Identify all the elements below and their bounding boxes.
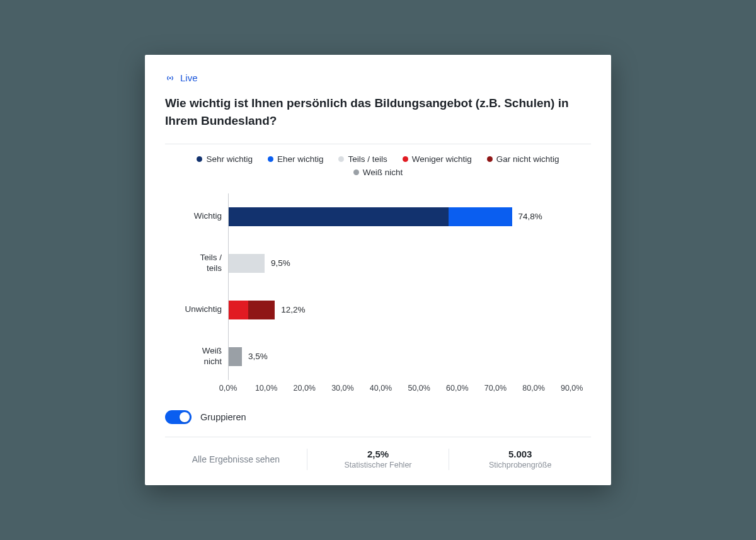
legend-dot — [353, 169, 359, 175]
x-axis-tick: 40,0% — [370, 384, 392, 393]
stat-error-label: Statistischer Fehler — [307, 461, 449, 469]
bar-stack — [229, 207, 512, 226]
bar-stack — [229, 254, 265, 273]
bar-segment — [229, 207, 449, 226]
legend-label: Teils / teils — [348, 154, 387, 164]
survey-card: Live Wie wichtig ist Ihnen persönlich da… — [145, 55, 611, 485]
y-axis-label: Unwichtig — [165, 287, 222, 333]
chart-bars: 74,8%9,5%12,2%3,5% — [229, 193, 588, 380]
legend-dot — [268, 156, 273, 162]
legend-label: Gar nicht wichtig — [496, 154, 559, 164]
legend-item: Weniger wichtig — [403, 154, 472, 164]
y-axis-label: Teils / teils — [165, 240, 222, 287]
chart-y-labels: WichtigTeils / teilsUnwichtigWeiß nicht — [165, 193, 228, 380]
bar-row: 9,5% — [229, 240, 588, 287]
live-label: Live — [180, 72, 198, 83]
x-axis-tick: 80,0% — [522, 384, 544, 393]
group-toggle-label: Gruppieren — [200, 412, 246, 422]
chart-legend: Sehr wichtigEher wichtigTeils / teilsWen… — [165, 154, 591, 177]
legend-item: Eher wichtig — [268, 154, 324, 164]
live-icon — [165, 73, 175, 83]
stat-error-value: 2,5% — [307, 449, 449, 459]
legend-item: Weiß nicht — [353, 168, 403, 177]
legend-label: Weiß nicht — [363, 168, 403, 177]
legend-label: Sehr wichtig — [206, 154, 253, 164]
legend-dot — [197, 156, 202, 162]
legend-label: Weniger wichtig — [412, 154, 472, 164]
legend-item: Teils / teils — [338, 154, 387, 164]
legend-dot — [403, 156, 408, 162]
y-axis-label: Wichtig — [165, 193, 222, 240]
bar-value-label: 3,5% — [248, 352, 268, 361]
divider — [165, 144, 591, 144]
group-toggle[interactable] — [165, 410, 192, 424]
bar-value-label: 74,8% — [518, 212, 542, 221]
chart-x-axis: 0,0%10,0%20,0%30,0%40,0%50,0%60,0%70,0%8… — [165, 384, 591, 395]
x-axis-tick: 70,0% — [484, 384, 507, 393]
bar-row: 3,5% — [229, 333, 588, 380]
legend-item: Gar nicht wichtig — [487, 154, 559, 164]
stat-error: 2,5% Statistischer Fehler — [307, 449, 449, 469]
svg-point-0 — [169, 77, 171, 79]
toggle-knob — [180, 412, 190, 422]
x-axis-tick: 60,0% — [446, 384, 468, 393]
bar-segment — [248, 301, 275, 319]
bar-stack — [229, 347, 242, 366]
chart-plot: 74,8%9,5%12,2%3,5% — [228, 193, 588, 380]
x-axis-tick: 20,0% — [294, 384, 316, 393]
x-axis-tick: 50,0% — [408, 384, 430, 393]
bar-value-label: 12,2% — [281, 305, 305, 314]
stat-sample-value: 5.003 — [449, 449, 591, 459]
bar-stack — [229, 301, 275, 319]
survey-question: Wie wichtig ist Ihnen persönlich das Bil… — [165, 95, 591, 129]
legend-label: Eher wichtig — [277, 154, 324, 164]
bar-row: 74,8% — [229, 193, 588, 240]
live-indicator: Live — [165, 72, 591, 83]
bar-value-label: 9,5% — [271, 258, 290, 268]
bar-segment — [229, 347, 242, 366]
legend-item: Sehr wichtig — [197, 154, 253, 164]
bar-segment — [449, 207, 512, 226]
card-footer: Alle Ergebnisse sehen 2,5% Statistischer… — [165, 437, 591, 470]
x-axis-tick: 30,0% — [331, 384, 353, 393]
x-axis-tick: 90,0% — [561, 384, 583, 393]
stat-sample-label: Stichprobengröße — [449, 461, 591, 469]
chart: WichtigTeils / teilsUnwichtigWeiß nicht … — [165, 193, 591, 380]
x-axis-tick: 10,0% — [255, 384, 277, 393]
legend-dot — [487, 156, 493, 162]
group-row: Gruppieren — [165, 410, 591, 424]
legend-dot — [338, 156, 344, 162]
stat-sample: 5.003 Stichprobengröße — [449, 449, 591, 469]
x-axis-tick: 0,0% — [219, 384, 238, 393]
bar-segment — [229, 301, 248, 319]
y-axis-label: Weiß nicht — [165, 333, 222, 380]
see-all-results-link[interactable]: Alle Ergebnisse sehen — [165, 454, 307, 464]
bar-segment — [229, 254, 265, 273]
bar-row: 12,2% — [229, 287, 588, 333]
